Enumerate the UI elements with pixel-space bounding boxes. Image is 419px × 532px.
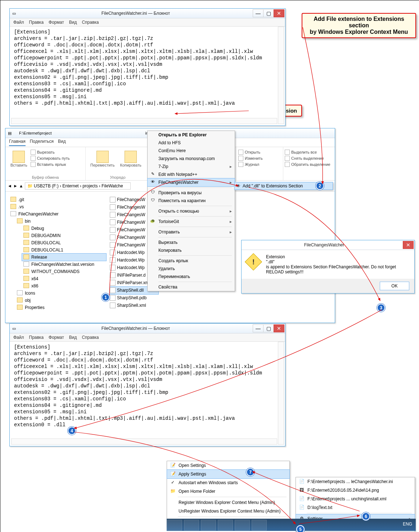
tree-item[interactable]: FileChangesWatcher.last.version	[22, 261, 106, 268]
context-menu-item[interactable]: TortoiseGit🐢	[148, 218, 235, 226]
tree-item[interactable]: obj	[15, 297, 106, 304]
tray-menu-item[interactable]: Autostart when Windows starts✓	[167, 478, 289, 487]
tree-item[interactable]: DEBUGLOCAL1	[22, 246, 106, 254]
tray-menu-item[interactable]: F:\Enternet\projects ... unching\install…	[296, 495, 415, 503]
select-all-item[interactable]: Выделить все	[285, 149, 335, 155]
tree-item[interactable]: Release	[22, 254, 106, 261]
context-menu-item[interactable]: Загрузить на monosnap.com	[148, 155, 235, 163]
tray-menu-item[interactable]: Open Settings📝	[167, 461, 289, 470]
menu-item[interactable]: Файл	[13, 335, 24, 340]
tree-item[interactable]: x86	[22, 282, 106, 290]
tray-menu-item[interactable]: UnRegister Windows Explorer Context Menu…	[167, 507, 289, 515]
context-menu-item[interactable]: Вырезать	[148, 238, 235, 246]
context-menu-item[interactable]: Свойства	[148, 283, 235, 291]
tree-item[interactable]: Debug	[22, 225, 106, 232]
menu-item[interactable]: Формат	[49, 335, 64, 340]
taskbar-item[interactable]	[201, 520, 216, 531]
context-menu-item[interactable]: FileChangesWatcher👁	[147, 178, 235, 187]
menu-item[interactable]: Справка	[82, 335, 99, 340]
tree-item[interactable]: .vs	[9, 203, 106, 210]
menu-item[interactable]: Правка	[29, 20, 44, 25]
list-item[interactable]: SharpShell.xml	[110, 302, 158, 309]
context-menu-item[interactable]: Открыть с помощью	[148, 207, 235, 215]
context-menu-item[interactable]: Копировать	[148, 246, 235, 254]
tree-item[interactable]: FileChangesWatcher	[9, 210, 106, 218]
taskbar-item[interactable]	[167, 520, 182, 531]
tray-menu-settings[interactable]: Open Settings📝Apply Settings📝Autostart w…	[167, 461, 290, 527]
back-icon[interactable]: ◄	[8, 183, 12, 188]
lang-indicator[interactable]: ENG	[403, 522, 412, 527]
cut-item[interactable]: Вырезать	[31, 149, 70, 155]
taskbar-item[interactable]	[184, 520, 199, 531]
menu-item[interactable]: Формат	[49, 20, 64, 25]
menu-item[interactable]: Справка	[82, 20, 99, 25]
tree-item[interactable]: DEBUGLOCAL	[22, 239, 106, 246]
context-menu-item[interactable]: Открыть в PE Explorer	[148, 131, 235, 139]
edit-item[interactable]: Изменить	[238, 155, 263, 162]
maximize-button[interactable]: ▢	[263, 324, 274, 332]
context-menu-item[interactable]: Удалить	[148, 265, 235, 273]
context-menu-item[interactable]: Переименовать	[148, 273, 235, 281]
scrollbar-v[interactable]	[278, 27, 284, 124]
menu-item[interactable]: Вид	[69, 20, 77, 25]
fwd-icon[interactable]: ►	[13, 183, 18, 188]
ribbon-tab[interactable]: Вид	[58, 139, 66, 146]
list-item[interactable]: SharpShell.pdb	[110, 294, 158, 302]
ribbon-tab[interactable]: Главная	[9, 139, 26, 146]
scrollbar-v[interactable]	[278, 342, 284, 445]
tray-menu-item[interactable]: Open Home Folder📁	[167, 487, 289, 496]
context-menu-item[interactable]: Edit with Notepad++✎	[148, 170, 235, 178]
copy-label[interactable]: Копировать	[120, 163, 141, 167]
tray-menu-item[interactable]: F:\Enternet\2016\16.05.24\del\14.png🖼	[296, 486, 415, 495]
context-menu-item[interactable]: Поместить на карантин🛡	[148, 197, 235, 205]
folder-tree[interactable]: .git.vsFileChangesWatcherbinDebugDEBUGAD…	[9, 196, 106, 311]
scrollbar-h[interactable]	[11, 118, 277, 124]
minimize-button[interactable]: —	[253, 9, 263, 17]
maximize-button[interactable]: ▢	[263, 9, 274, 17]
taskbar-item[interactable]	[218, 520, 233, 531]
ok-button[interactable]: OK	[380, 282, 409, 290]
copy-path-item[interactable]: Скопировать путь	[31, 155, 70, 162]
scrollbar-h[interactable]	[11, 438, 277, 445]
context-menu-item[interactable]: ConEmu Here	[148, 147, 235, 155]
tree-item[interactable]: bin	[15, 218, 106, 225]
tray-menu-item[interactable]: Register Windows Explorer Context Menu (…	[167, 498, 289, 507]
select-none-item[interactable]: Снять выделение	[285, 155, 335, 162]
menu-item[interactable]: Файл	[13, 20, 24, 25]
context-menu-item[interactable]: 7-Zip	[148, 163, 235, 170]
open-item[interactable]: Открыть	[238, 149, 263, 155]
tree-item[interactable]: Properties	[15, 304, 106, 311]
context-menu[interactable]: Открыть в PE ExplorerAdd to HFSConEmu He…	[147, 131, 235, 291]
close-button[interactable]: ✕	[403, 241, 414, 249]
close-button[interactable]: ✕	[274, 324, 284, 332]
context-menu-item[interactable]: Add to HFS	[148, 139, 235, 147]
context-menu-item[interactable]: Создать ярлык	[148, 257, 235, 265]
tray-menu-item[interactable]: Apply Settings📝	[167, 469, 290, 479]
journal-item[interactable]: Журнал	[238, 162, 263, 168]
move-label[interactable]: Переместить	[90, 163, 114, 167]
tray-menu-item[interactable]: D:\logText.txt📄	[296, 503, 415, 512]
editor-textarea[interactable]: [Extensions] archivers = .tar|.jar|.zip|…	[11, 27, 284, 118]
minimize-button[interactable]: —	[253, 324, 263, 332]
close-button[interactable]: ✕	[274, 9, 284, 17]
ribbon-tab[interactable]: Поделиться	[30, 139, 54, 146]
menu-item[interactable]: Правка	[29, 335, 44, 340]
paste-label[interactable]: Вставить	[10, 163, 27, 167]
tray-menu-item[interactable]: F:\Enternet\projects ... leChangesWatche…	[296, 477, 415, 486]
taskbar-item[interactable]	[252, 520, 267, 531]
tree-item[interactable]: WITHOUT_COMMANDS	[22, 268, 106, 275]
tree-item[interactable]: .git	[9, 196, 106, 203]
paste-shortcut-item[interactable]: Вставить ярлык	[31, 162, 70, 168]
breadcrumb[interactable]: 📁 USB2TB (F:) › Enternet › projects › Fi…	[25, 182, 131, 190]
up-icon[interactable]: ▲	[19, 183, 23, 188]
context-menu-item[interactable]: Проверить на вирусы🛡	[148, 189, 235, 197]
taskbar[interactable]: ENG	[167, 519, 416, 531]
select-invert-item[interactable]: Обратить выделение	[285, 162, 335, 168]
menu-item[interactable]: Вид	[69, 335, 77, 340]
tree-item[interactable]: x64	[22, 275, 106, 282]
taskbar-item[interactable]	[235, 520, 250, 531]
tree-item[interactable]: Icons	[15, 290, 106, 297]
context-menu-item[interactable]: Отправить	[148, 228, 235, 236]
editor-textarea[interactable]: [Extensions] archivers = .tar|.jar|.zip|…	[11, 342, 284, 439]
tree-item[interactable]: DEBUGADMIN	[22, 232, 106, 239]
